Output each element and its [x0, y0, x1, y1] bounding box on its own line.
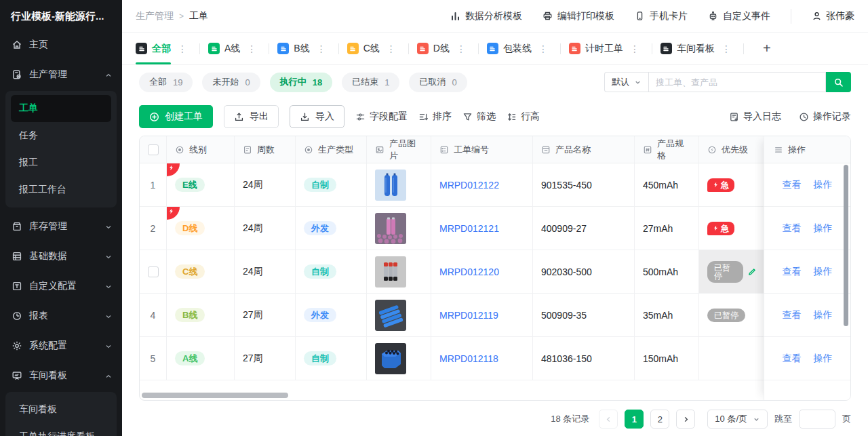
- search-scope-select[interactable]: 默认: [604, 72, 648, 92]
- column-header-order-number[interactable]: 工单编号: [431, 136, 533, 163]
- column-header-product-name[interactable]: 产品名称: [533, 136, 635, 163]
- column-header-actions[interactable]: 操作: [764, 136, 850, 163]
- sidebar-item-inventory[interactable]: 库存管理: [0, 212, 122, 241]
- sort-button[interactable]: 排序: [418, 111, 452, 123]
- sidebar-item-reports[interactable]: 报表: [0, 301, 122, 331]
- sidebar-item-home[interactable]: 主页: [0, 30, 122, 60]
- operate-link[interactable]: 操作: [814, 309, 833, 321]
- horizontal-scrollbar[interactable]: [142, 393, 288, 398]
- operation-log-button[interactable]: 操作记录: [799, 111, 851, 123]
- import-button[interactable]: 导入: [290, 105, 344, 128]
- edit-print-template-button[interactable]: 编辑打印模板: [542, 10, 614, 22]
- sidebar-item-tasks[interactable]: 任务: [11, 122, 111, 149]
- breadcrumb-parent[interactable]: 生产管理: [136, 10, 174, 22]
- status-chip-cancelled[interactable]: 已取消 0: [409, 73, 467, 92]
- view-link[interactable]: 查看: [783, 309, 802, 321]
- tab-all[interactable]: 全部 ⋮: [136, 33, 191, 64]
- tab-packaging-line[interactable]: 包装线 ⋮: [487, 33, 552, 64]
- page-button-1[interactable]: 1: [625, 410, 644, 429]
- sidebar-item-work-orders[interactable]: 工单: [11, 95, 111, 122]
- tab-kebab-icon[interactable]: ⋮: [382, 43, 400, 54]
- tab-line-d[interactable]: D线 ⋮: [417, 33, 470, 64]
- order-number-link[interactable]: MRPD012118: [439, 353, 498, 364]
- prev-page-button[interactable]: [599, 410, 618, 429]
- tab-kebab-icon[interactable]: ⋮: [313, 43, 330, 54]
- column-header-line[interactable]: 线别: [167, 136, 235, 163]
- column-header-priority[interactable]: 优先级: [699, 136, 764, 163]
- view-link[interactable]: 查看: [783, 179, 802, 191]
- tab-kebab-icon[interactable]: ⋮: [452, 43, 470, 54]
- operate-link[interactable]: 操作: [814, 353, 833, 365]
- next-page-button[interactable]: [676, 410, 695, 429]
- filter-button[interactable]: 筛选: [462, 111, 496, 123]
- column-header-product-spec[interactable]: 产品规格: [635, 136, 699, 163]
- status-count: 1: [384, 77, 389, 87]
- operate-link[interactable]: 操作: [814, 222, 833, 235]
- reports-icon: [11, 311, 22, 322]
- order-number-link[interactable]: MRPD012122: [439, 180, 499, 191]
- column-header-weeks[interactable]: 周数: [235, 136, 296, 163]
- product-image[interactable]: [375, 170, 406, 201]
- status-chip-finished[interactable]: 已结束 1: [342, 73, 399, 92]
- view-link[interactable]: 查看: [783, 222, 802, 235]
- search-input[interactable]: [648, 72, 826, 92]
- status-count: 0: [245, 77, 250, 87]
- sidebar-item-workshop-board-sub[interactable]: 车间看板: [11, 396, 111, 423]
- status-chip-in-progress[interactable]: 执行中 18: [270, 73, 332, 92]
- field-config-button[interactable]: 字段配置: [355, 111, 408, 123]
- product-image[interactable]: [375, 256, 406, 288]
- sidebar-item-custom-config[interactable]: 自定义配置: [0, 271, 122, 301]
- export-button[interactable]: 导出: [224, 105, 279, 128]
- select-all-checkbox[interactable]: [148, 144, 159, 155]
- tab-kebab-icon[interactable]: ⋮: [243, 43, 260, 54]
- jump-page-input[interactable]: [799, 410, 835, 429]
- smartphone-icon: [635, 11, 645, 21]
- tab-workshop-board[interactable]: 车间看板 ⋮: [660, 33, 735, 64]
- search-button[interactable]: [826, 72, 851, 92]
- sidebar-item-reporting[interactable]: 报工: [11, 149, 111, 176]
- custom-event-button[interactable]: 自定义事件: [708, 10, 770, 22]
- column-header-product-image[interactable]: 产品图片: [367, 136, 431, 163]
- import-log-button[interactable]: 导入日志: [729, 111, 781, 123]
- tab-kebab-icon[interactable]: ⋮: [174, 43, 191, 54]
- order-number-link[interactable]: MRPD012121: [439, 223, 499, 234]
- tab-kebab-icon[interactable]: ⋮: [626, 43, 644, 54]
- page-button-2[interactable]: 2: [650, 410, 669, 429]
- vertical-scrollbar[interactable]: [844, 165, 848, 326]
- tab-kebab-icon[interactable]: ⋮: [534, 43, 552, 54]
- order-number-link[interactable]: MRPD012120: [439, 266, 499, 277]
- tab-line-a[interactable]: A线 ⋮: [208, 33, 260, 64]
- sidebar-item-base-data[interactable]: 基础数据: [0, 241, 122, 271]
- mobile-card-button[interactable]: 手机卡片: [635, 10, 688, 22]
- sidebar-item-production[interactable]: 生产管理: [0, 60, 122, 90]
- sidebar-item-system-config[interactable]: 系统配置: [0, 331, 122, 361]
- operate-link[interactable]: 操作: [814, 266, 833, 278]
- row-checkbox[interactable]: [148, 266, 159, 277]
- operate-link[interactable]: 操作: [814, 179, 833, 191]
- order-number-link[interactable]: MRPD012119: [439, 310, 498, 321]
- view-link[interactable]: 查看: [783, 266, 802, 278]
- sidebar-item-reporting-workbench[interactable]: 报工工作台: [11, 176, 111, 203]
- sidebar-item-order-progress-board[interactable]: 工单执行进度看板: [11, 423, 111, 436]
- add-tab-button[interactable]: +: [756, 41, 778, 56]
- product-image[interactable]: [375, 343, 406, 374]
- status-chip-not-started[interactable]: 未开始 0: [202, 73, 260, 92]
- tab-kebab-icon[interactable]: ⋮: [717, 43, 735, 54]
- column-header-production-type[interactable]: 生产类型: [296, 136, 367, 163]
- workspace-title[interactable]: 行业模板-新能源行...: [0, 0, 122, 30]
- user-menu[interactable]: 张伟豪: [812, 10, 854, 22]
- product-image[interactable]: [375, 300, 406, 331]
- page-size-select[interactable]: 10 条/页: [707, 410, 768, 429]
- data-analysis-template-button[interactable]: 数据分析模板: [450, 10, 522, 22]
- product-image[interactable]: [375, 213, 406, 244]
- weeks-cell: 24周: [235, 207, 296, 250]
- tab-line-c[interactable]: C线 ⋮: [347, 33, 400, 64]
- status-chip-all[interactable]: 全部 19: [139, 73, 193, 92]
- tab-timed-orders[interactable]: 计时工单 ⋮: [569, 33, 644, 64]
- row-height-button[interactable]: 行高: [507, 111, 540, 123]
- create-order-button[interactable]: 创建工单: [139, 105, 213, 128]
- tab-line-b[interactable]: B线 ⋮: [277, 33, 330, 64]
- sidebar-item-workshop-board[interactable]: 车间看板: [0, 361, 122, 391]
- edit-pencil-icon[interactable]: [747, 267, 756, 276]
- view-link[interactable]: 查看: [783, 353, 802, 365]
